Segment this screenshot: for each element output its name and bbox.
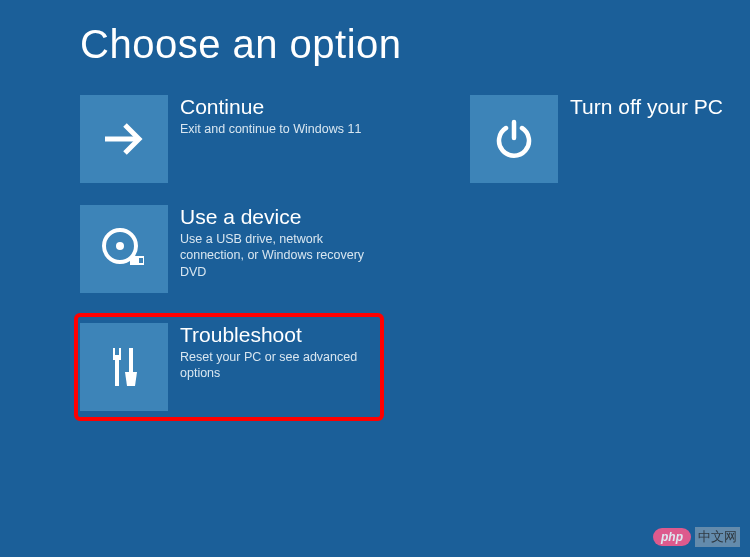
- svg-rect-4: [139, 258, 143, 263]
- turn-off-option[interactable]: Turn off your PC: [470, 95, 750, 183]
- turn-off-title: Turn off your PC: [570, 95, 723, 118]
- disc-usb-icon: [80, 205, 168, 293]
- arrow-right-icon: [80, 95, 168, 183]
- use-device-title: Use a device: [180, 205, 390, 228]
- power-icon: [470, 95, 558, 183]
- use-device-desc: Use a USB drive, network connection, or …: [180, 231, 390, 280]
- troubleshoot-option[interactable]: Troubleshoot Reset your PC or see advanc…: [74, 313, 384, 421]
- watermark-label: 中文网: [695, 527, 740, 547]
- svg-point-2: [116, 242, 124, 250]
- watermark: php 中文网: [653, 527, 740, 547]
- use-device-option[interactable]: Use a device Use a USB drive, network co…: [80, 205, 390, 293]
- svg-rect-6: [129, 348, 133, 372]
- options-column-left: Continue Exit and continue to Windows 11…: [80, 95, 390, 421]
- troubleshoot-desc: Reset your PC or see advanced options: [180, 349, 374, 382]
- continue-title: Continue: [180, 95, 361, 118]
- troubleshoot-title: Troubleshoot: [180, 323, 374, 346]
- continue-option[interactable]: Continue Exit and continue to Windows 11: [80, 95, 390, 183]
- svg-rect-5: [115, 360, 119, 386]
- options-column-right: Turn off your PC: [470, 95, 750, 421]
- options-grid: Continue Exit and continue to Windows 11…: [80, 95, 670, 421]
- tools-icon: [80, 323, 168, 411]
- watermark-badge: php: [653, 528, 691, 546]
- continue-desc: Exit and continue to Windows 11: [180, 121, 361, 137]
- page-title: Choose an option: [80, 22, 670, 67]
